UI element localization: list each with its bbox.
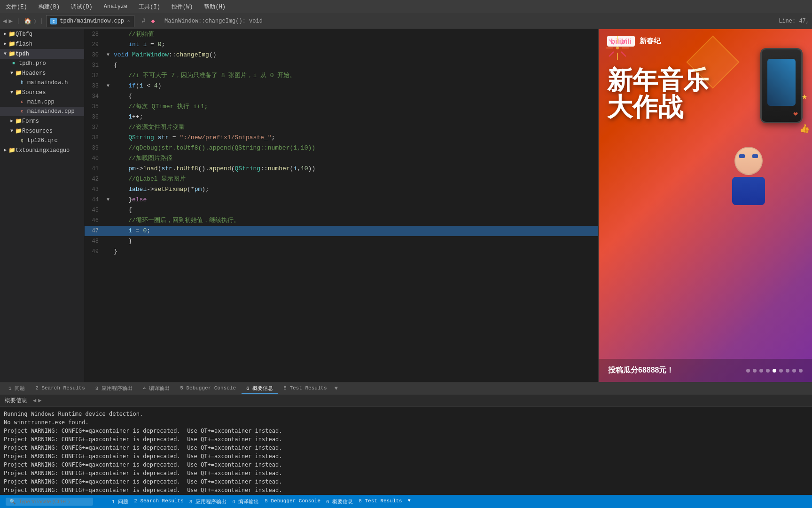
nav-forward-button[interactable]: ▶ (8, 17, 12, 25)
fold-33[interactable]: ▼ (104, 81, 112, 91)
fold-36 (104, 112, 112, 122)
line-num-40: 40 (85, 153, 104, 164)
line-num-35: 35 (85, 102, 104, 112)
nav-back-button[interactable]: ◀ (3, 17, 7, 25)
bottom-tab-app-output[interactable]: 3 应用程序输出 (91, 384, 137, 394)
status-tab-compile-output[interactable]: 4 编译输出 (232, 498, 259, 505)
tab-file-icon: C (50, 18, 57, 24)
sidebar-item-tp126-qrc[interactable]: q tp126.qrc (0, 136, 84, 145)
fold-47 (104, 226, 112, 236)
fold-44[interactable]: ▼ (104, 195, 112, 205)
code-content-42: //QLabel 显示图片 (112, 174, 598, 184)
sidebar-item-forms[interactable]: ► 📁 Forms (0, 116, 84, 126)
bottom-tab-dropdown[interactable]: ▼ (335, 385, 338, 392)
bottom-tab-search[interactable]: 2 Search Results (31, 384, 90, 393)
line-num-32: 32 (85, 71, 104, 81)
menu-build[interactable]: 构建(B) (37, 2, 62, 12)
folder-icon-sources: 📁 (15, 89, 22, 96)
sidebar-label-mainwindow-h: mainwindow.h (27, 79, 68, 86)
bottom-tab-problems[interactable]: 1 问题 (4, 384, 30, 394)
output-line-7: Project WARNING: CONFIG+=qaxcontainer is… (4, 460, 808, 469)
sidebar-item-tpdh[interactable]: ▼ 📁 tpdh (0, 49, 84, 59)
menu-help[interactable]: 帮助(H) (202, 2, 227, 12)
collapse-icon-tpdh: ▼ (4, 51, 7, 56)
fold-41 (104, 164, 112, 174)
code-editor[interactable]: 28 //初始值 29 int i = 0; 30 ▼ void MainWin… (85, 29, 598, 382)
fold-30[interactable]: ▼ (104, 50, 112, 60)
status-tab-summary[interactable]: 6 概要信息 (326, 498, 353, 505)
code-content-32: //i 不可大于 7，因为只准备了 8 张图片，i 从 0 开始。 (112, 71, 598, 81)
editor-tab[interactable]: C tpdh/mainwindow.cpp × (46, 15, 134, 27)
sidebar-label-resources: Resources (22, 128, 53, 135)
breadcrumb-home-icon: 🏠 (24, 17, 31, 25)
sidebar-item-mainwindow-h[interactable]: h mainwindow.h (0, 78, 84, 87)
breadcrumb-arrow: ❯ (33, 17, 37, 25)
status-search-container[interactable]: 🔍 (6, 498, 93, 506)
menu-analyze[interactable]: Analyze (102, 2, 129, 11)
code-line-38: 38 QString str = ":/new/prefix1/Snipaste… (85, 133, 598, 143)
status-bar: 🔍 1 问题 2 Search Results 3 应用程序输出 4 编译输出 … (0, 495, 812, 508)
status-tab-problems[interactable]: 1 问题 (112, 498, 128, 505)
preview-image: bilibili 新春纪 (599, 29, 812, 382)
summary-icon-left[interactable]: ◀ (33, 397, 36, 404)
sidebar-item-txtoumingxiaoguo[interactable]: ► 📁 txtoumingxiaoguo (0, 145, 84, 155)
status-tab-debugger-console[interactable]: 5 Debugger Console (265, 498, 320, 505)
status-tab-app-output[interactable]: 3 应用程序输出 (189, 498, 226, 505)
summary-title: 概要信息 (5, 397, 27, 405)
fold-48 (104, 236, 112, 246)
svg-line-8 (609, 52, 614, 56)
code-line-31: 31 { (85, 60, 598, 71)
dot-2 (753, 369, 757, 373)
deco-character (723, 147, 774, 208)
sidebar-item-resources[interactable]: ▼ 📁 Resources (0, 126, 84, 136)
sidebar-item-tpdh-pro[interactable]: ■ tpdh.pro (0, 59, 84, 68)
fold-38 (104, 133, 112, 143)
bottom-tab-summary[interactable]: 6 概要信息 (242, 384, 278, 394)
fold-29 (104, 40, 112, 50)
sidebar-item-headers[interactable]: ▼ 📁 Headers (0, 68, 84, 78)
file-icon-h: h (19, 79, 25, 86)
bottom-tab-debugger[interactable]: 5 Debugger Console (175, 384, 241, 393)
breadcrumb: MainWindow::changeImg(): void (164, 18, 263, 24)
code-line-44: 44 ▼ }else (85, 195, 598, 205)
dot-7 (786, 369, 789, 373)
menu-controls[interactable]: 控件(W) (170, 2, 195, 12)
char-body (732, 177, 765, 205)
menu-debug[interactable]: 调试(D) (69, 2, 94, 12)
sidebar-item-qtbfq[interactable]: ► 📁 QTbfq (0, 29, 84, 39)
menu-file[interactable]: 文件(E) (4, 2, 29, 12)
sidebar-item-mainwindow-cpp[interactable]: c mainwindow.cpp (0, 107, 84, 116)
line-num-37: 37 (85, 122, 104, 133)
banner-background: bilibili 新春纪 (599, 29, 812, 382)
thumb-icon: 👍 (799, 123, 810, 134)
line-num-31: 31 (85, 60, 104, 71)
menu-tools[interactable]: 工具(I) (137, 2, 162, 12)
code-content-48: } (112, 236, 598, 246)
code-content-44: }else (112, 195, 598, 205)
summary-icon-right[interactable]: ▶ (38, 397, 41, 404)
sidebar-label-tpdh-pro: tpdh.pro (19, 60, 46, 67)
status-tabs: 1 问题 2 Search Results 3 应用程序输出 4 编译输出 5 … (112, 498, 411, 505)
bottom-tab-compile-output[interactable]: 4 编译输出 (138, 384, 174, 394)
search-input[interactable] (19, 499, 89, 504)
code-content-28: //初始值 (112, 29, 598, 40)
svg-line-6 (621, 52, 626, 56)
bottom-tabs: 1 问题 2 Search Results 3 应用程序输出 4 编译输出 5 … (0, 382, 812, 395)
tab-close-button[interactable]: × (127, 18, 130, 24)
main-area: ► 📁 QTbfq ► 📁 flash ▼ 📁 tpdh ■ tpdh.pro … (0, 29, 812, 382)
code-line-37: 37 //资源文件图片变量 (85, 122, 598, 133)
bottom-tab-test[interactable]: 8 Test Results (279, 384, 331, 393)
sidebar-item-sources[interactable]: ▼ 📁 Sources (0, 87, 84, 97)
dot-9 (799, 369, 803, 373)
tab-label: tpdh/mainwindow.cpp (60, 18, 124, 24)
status-tab-search-results[interactable]: 2 Search Results (134, 498, 184, 505)
sidebar-item-flash[interactable]: ► 📁 flash (0, 39, 84, 49)
folder-icon: 📁 (8, 31, 16, 38)
code-content-45: { (112, 205, 598, 215)
bottom-content[interactable]: Running Windows Runtime device detection… (0, 407, 812, 495)
status-tab-dropdown-icon[interactable]: ▼ (408, 498, 411, 505)
status-tab-test[interactable]: 8 Test Results (359, 498, 402, 505)
fold-28 (104, 29, 112, 40)
line-num-36: 36 (85, 112, 104, 122)
sidebar-item-main-cpp[interactable]: c main.cpp (0, 97, 84, 107)
